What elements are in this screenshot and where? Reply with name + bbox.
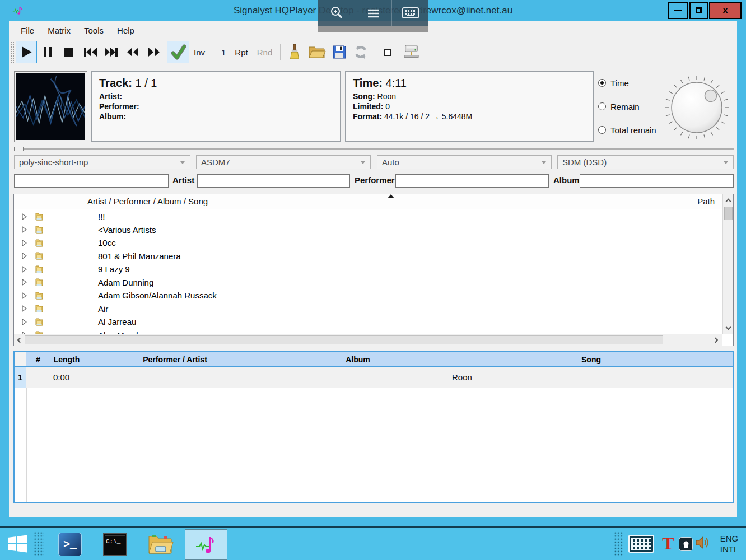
expand-arrow-icon[interactable] xyxy=(22,266,29,273)
expand-arrow-icon[interactable] xyxy=(22,292,29,299)
menu-icon[interactable] xyxy=(355,0,392,26)
rewind-button[interactable] xyxy=(122,41,143,63)
radio-total-remain[interactable]: Total remain xyxy=(598,125,663,135)
play-mode-check-button[interactable] xyxy=(167,41,189,63)
expand-arrow-icon[interactable] xyxy=(22,240,29,246)
expand-arrow-icon[interactable] xyxy=(22,226,29,233)
taskbar-cmd[interactable]: C:\_ xyxy=(103,533,127,556)
remote-toolbar-overlay[interactable] xyxy=(318,0,428,26)
col-number-header[interactable]: # xyxy=(26,352,50,366)
tray-volume[interactable] xyxy=(694,535,710,550)
filter-select[interactable]: poly-sinc-short-mp xyxy=(14,155,190,169)
horizontal-scroll-thumb[interactable] xyxy=(25,335,663,344)
language-indicator[interactable]: ENG INTL xyxy=(716,533,743,554)
scroll-right-button[interactable] xyxy=(710,334,722,346)
library-tree-row[interactable]: <Various Artists xyxy=(14,223,722,237)
shaper-select[interactable]: ASDM7 xyxy=(196,155,371,169)
expand-arrow-icon[interactable] xyxy=(22,279,29,286)
performer-filter-input[interactable] xyxy=(197,174,350,188)
taskbar-explorer[interactable] xyxy=(147,532,174,556)
library-tree-row[interactable]: Alan Mead xyxy=(14,329,722,334)
seek-handle[interactable] xyxy=(14,147,24,151)
previous-track-button[interactable] xyxy=(80,41,101,63)
library-tree-row[interactable]: Air xyxy=(14,302,722,316)
col-song-header[interactable]: Song xyxy=(449,352,733,366)
album-filter-input[interactable] xyxy=(395,174,549,188)
open-button[interactable] xyxy=(305,41,329,63)
col-album-header[interactable]: Album xyxy=(267,352,449,366)
scroll-down-button[interactable] xyxy=(723,323,734,334)
playlist-row[interactable]: 1 0:00 Roon xyxy=(15,367,733,388)
cell-length[interactable]: 0:00 xyxy=(50,367,83,388)
library-tree[interactable]: Artist / Performer / Album / Song Path !… xyxy=(13,194,734,346)
invert-button[interactable]: Inv xyxy=(189,48,209,57)
library-tree-header[interactable]: Artist / Performer / Album / Song Path xyxy=(14,194,722,209)
menu-matrix[interactable]: Matrix xyxy=(41,24,77,39)
cell-performer[interactable] xyxy=(83,367,267,388)
fast-forward-button[interactable] xyxy=(143,41,165,63)
menu-file[interactable]: File xyxy=(14,24,41,39)
play-button[interactable] xyxy=(16,41,37,63)
library-tree-row[interactable]: Adam Gibson/Alannah Russack xyxy=(14,289,722,302)
horizontal-scrollbar[interactable] xyxy=(14,334,722,346)
row-index[interactable]: 1 xyxy=(15,367,26,388)
col-length-header[interactable]: Length xyxy=(50,352,83,366)
taskbar-hqplayer-active[interactable] xyxy=(185,529,227,560)
library-tree-row[interactable]: Adam Dunning xyxy=(14,276,722,290)
playlist-table[interactable]: # Length Performer / Artist Album Song 1… xyxy=(13,351,734,503)
cell-song[interactable]: Roon xyxy=(449,367,733,388)
album-filter-input-2[interactable] xyxy=(580,174,734,188)
seek-slider[interactable] xyxy=(14,146,734,152)
maximize-button[interactable] xyxy=(689,2,708,19)
cell-album[interactable] xyxy=(267,367,449,388)
col-performer-header[interactable]: Performer / Artist xyxy=(83,352,267,366)
repeat-count-label[interactable]: 1 xyxy=(217,48,230,57)
tree-path-column-header[interactable]: Path xyxy=(697,197,715,206)
next-track-button[interactable] xyxy=(101,41,122,63)
tray-app[interactable] xyxy=(679,537,693,551)
tree-main-column-header[interactable]: Artist / Performer / Album / Song xyxy=(87,197,208,206)
library-tree-row[interactable]: 801 & Phil Manzanera xyxy=(14,250,722,263)
save-button[interactable] xyxy=(329,41,350,63)
menu-tools[interactable]: Tools xyxy=(77,24,110,39)
library-tree-row[interactable]: !!! xyxy=(14,210,722,223)
expand-arrow-icon[interactable] xyxy=(22,253,29,259)
expand-arrow-icon[interactable] xyxy=(22,305,29,312)
tray-grip[interactable] xyxy=(614,531,623,557)
tray-t-app[interactable]: T xyxy=(661,531,675,556)
keyboard-icon[interactable] xyxy=(392,0,428,26)
artist-filter-input[interactable] xyxy=(14,174,169,188)
output-mode-select[interactable]: SDM (DSD) xyxy=(557,155,734,169)
pause-button[interactable] xyxy=(37,41,58,63)
scroll-left-button[interactable] xyxy=(14,334,24,346)
expand-arrow-icon[interactable] xyxy=(22,319,29,325)
library-tree-row[interactable]: 9 Lazy 9 xyxy=(14,263,722,276)
toolbar-grip[interactable] xyxy=(11,41,14,63)
library-tree-row[interactable]: Al Jarreau xyxy=(14,315,722,329)
network-audio-button[interactable] xyxy=(399,41,423,63)
library-tree-row[interactable]: 10cc xyxy=(14,236,722,250)
tray-touch-keyboard[interactable] xyxy=(628,535,654,553)
radio-remain[interactable]: Remain xyxy=(598,101,663,111)
radio-time[interactable]: Time xyxy=(598,78,663,88)
stop-button[interactable] xyxy=(58,41,80,63)
cell-number[interactable] xyxy=(26,367,50,388)
refresh-button[interactable] xyxy=(350,41,371,63)
toggle-checkbox-button[interactable] xyxy=(379,41,395,63)
vertical-scroll-thumb[interactable] xyxy=(724,207,733,220)
vertical-scrollbar[interactable] xyxy=(722,194,733,334)
clear-playlist-button[interactable] xyxy=(284,41,305,63)
taskbar-powershell[interactable]: >_ xyxy=(58,533,82,556)
menu-help[interactable]: Help xyxy=(110,24,141,39)
samplerate-select[interactable]: Auto xyxy=(377,155,552,169)
zoom-icon[interactable] xyxy=(318,0,355,26)
close-button[interactable]: X xyxy=(709,2,742,19)
taskbar-grip[interactable] xyxy=(34,531,44,557)
minimize-button[interactable] xyxy=(668,2,688,19)
random-button[interactable]: Rnd xyxy=(253,48,277,57)
scroll-up-button[interactable] xyxy=(723,194,734,206)
repeat-button[interactable]: Rpt xyxy=(230,48,252,57)
start-button[interactable] xyxy=(7,534,28,554)
expand-arrow-icon[interactable] xyxy=(22,213,29,220)
volume-knob[interactable] xyxy=(662,73,731,142)
